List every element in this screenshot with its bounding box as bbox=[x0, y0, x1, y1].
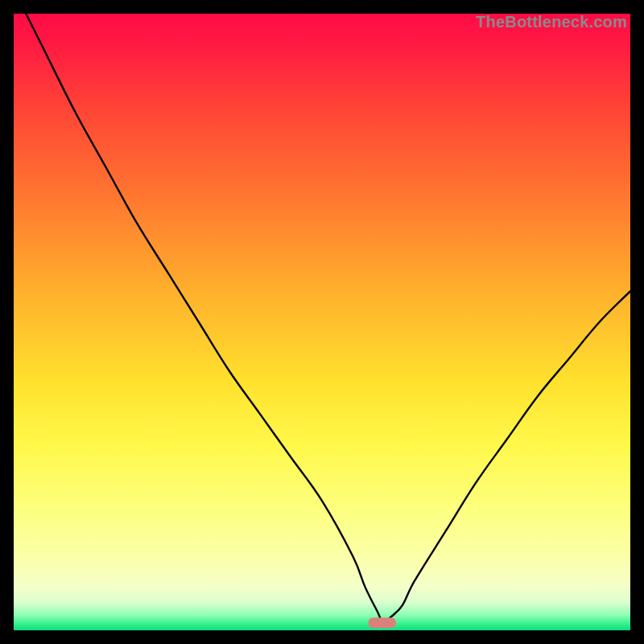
chart-background bbox=[14, 14, 630, 630]
chart-frame: TheBottleneck.com bbox=[14, 14, 630, 630]
optimal-marker bbox=[368, 617, 395, 628]
chart-svg bbox=[14, 14, 630, 630]
watermark-text: TheBottleneck.com bbox=[476, 13, 627, 31]
